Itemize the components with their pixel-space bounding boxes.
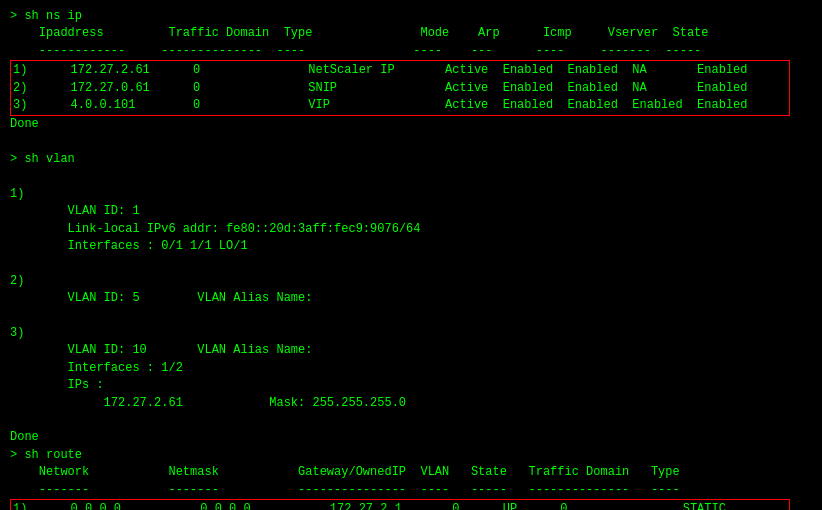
sh-ns-ip-section: > sh ns ip Ipaddress Traffic Domain Type… [10,8,812,134]
vlan-1-id: VLAN ID: 1 [10,203,812,220]
route-row-1: 1) 0.0.0.0 0.0.0.0 172.27.2.1 0 UP 0 STA… [13,501,787,510]
vlan-1-num: 1) [10,186,812,203]
vlan-1-ifaces: Interfaces : 0/1 1/1 LO/1 [10,238,812,255]
sh-route-section: > sh route Network Netmask Gateway/Owned… [10,447,812,510]
prompt-3: > sh route [10,447,812,464]
route-headers: Network Netmask Gateway/OwnedIP VLAN Sta… [10,464,812,481]
ns-ip-row-1: 1) 172.27.2.61 0 NetScaler IP Active Ena… [13,62,787,79]
ns-ip-separator: ------------ -------------- ---- ---- --… [10,43,812,60]
vlan-3-num: 3) [10,325,812,342]
ns-ip-headers: Ipaddress Traffic Domain Type Mode Arp I… [10,25,812,42]
vlan-1-ipv6: Link-local IPv6 addr: fe80::20d:3aff:fec… [10,221,812,238]
prompt-1: > sh ns ip [10,8,812,25]
ns-ip-done: Done [10,116,812,133]
sh-vlan-section: > sh vlan 1) VLAN ID: 1 Link-local IPv6 … [10,151,812,447]
vlan-3-ips: IPs : [10,377,812,394]
vlan-2-num: 2) [10,273,812,290]
ns-ip-row-3: 3) 4.0.0.101 0 VIP Active Enabled Enable… [13,97,787,114]
terminal: > sh ns ip Ipaddress Traffic Domain Type… [10,8,812,510]
vlan-done: Done [10,429,812,446]
route-separator: ------- ------- --------------- ---- ---… [10,482,812,499]
vlan-2-id: VLAN ID: 5 VLAN Alias Name: [10,290,812,307]
prompt-2: > sh vlan [10,151,812,168]
vlan-3-id: VLAN ID: 10 VLAN Alias Name: [10,342,812,359]
vlan-3-ifaces: Interfaces : 1/2 [10,360,812,377]
ns-ip-row-2: 2) 172.27.0.61 0 SNIP Active Enabled Ena… [13,80,787,97]
vlan-3-ip: 172.27.2.61 Mask: 255.255.255.0 [10,395,812,412]
